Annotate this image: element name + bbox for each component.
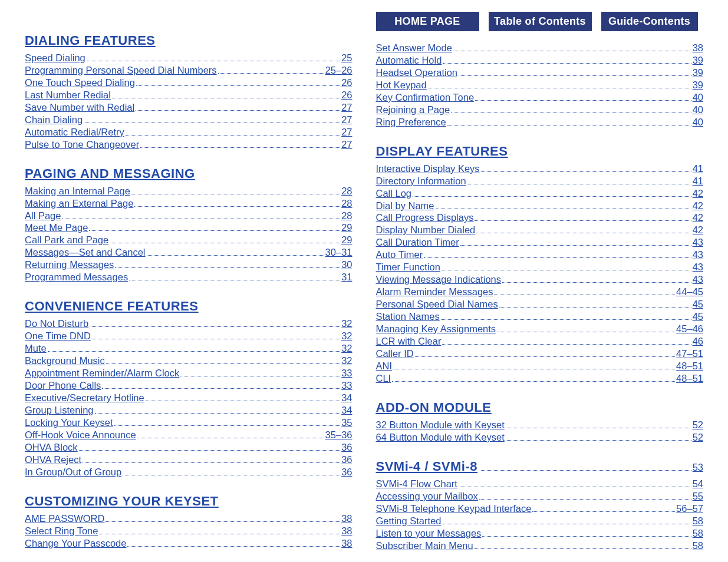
toc-entry-page[interactable]: 43 (693, 273, 703, 286)
toc-entry-label[interactable]: OHVA Block (25, 441, 78, 454)
toc-entry-page[interactable]: 45–46 (676, 323, 703, 335)
toc-entry-label[interactable]: Accessing your Mailbox (376, 490, 478, 503)
home-page-button[interactable]: HOME PAGE (376, 12, 479, 31)
toc-entry[interactable]: All Page28 (25, 210, 353, 222)
toc-entry-label[interactable]: One Touch Speed Dialing (25, 77, 135, 89)
toc-entry[interactable]: Interactive Display Keys41 (376, 163, 704, 175)
toc-entry-label[interactable]: Chain Dialing (25, 114, 83, 126)
toc-entry-page[interactable]: 56–57 (676, 503, 703, 515)
toc-entry[interactable]: Pulse to Tone Changeover27 (25, 138, 353, 151)
toc-entry-label[interactable]: Returning Messages (25, 259, 114, 271)
toc-entry[interactable]: AME PASSWORD38 (25, 513, 353, 525)
toc-entry-page[interactable]: 40 (693, 116, 703, 128)
toc-entry-label[interactable]: Auto Timer (376, 249, 423, 261)
toc-entry[interactable]: Managing Key Assignments45–46 (376, 323, 704, 335)
toc-entry-label[interactable]: Interactive Display Keys (376, 163, 480, 175)
toc-entry-page[interactable]: 36 (341, 441, 352, 454)
toc-entry-page[interactable]: 54 (693, 478, 703, 490)
toc-entry-label[interactable]: Programmed Messages (25, 271, 128, 283)
toc-entry-label[interactable]: In Group/Out of Group (25, 466, 121, 478)
toc-entry-label[interactable]: Group Listening (25, 404, 94, 416)
toc-entry-page[interactable]: 42 (693, 211, 703, 224)
toc-entry[interactable]: Personal Speed Dial Names45 (376, 298, 704, 310)
toc-entry-label[interactable]: Call Duration Timer (376, 236, 459, 249)
toc-entry[interactable]: Messages—Set and Cancel30–31 (25, 246, 353, 259)
toc-entry[interactable]: ANI48–51 (376, 360, 704, 372)
toc-entry-page[interactable]: 27 (341, 101, 352, 114)
toc-entry[interactable]: Directory Information 41 (376, 175, 704, 187)
toc-entry-page[interactable]: 30–31 (325, 246, 353, 259)
toc-entry[interactable]: One Touch Speed Dialing26 (25, 77, 353, 89)
toc-entry-page[interactable]: 32 (341, 342, 352, 355)
toc-entry[interactable]: Display Number Dialed42 (376, 224, 704, 236)
toc-entry-page[interactable]: 35 (341, 416, 352, 429)
toc-entry-page[interactable]: 43 (693, 261, 703, 273)
toc-entry-label[interactable]: Speed Dialing (25, 52, 85, 64)
toc-entry-label[interactable]: Programming Personal Speed Dial Numbers (25, 64, 217, 77)
toc-entry-page[interactable]: 52 (693, 431, 703, 444)
guide-contents-button[interactable]: Guide-Contents (601, 12, 698, 31)
toc-entry[interactable]: Programming Personal Speed Dial Numbers2… (25, 64, 353, 77)
toc-entry-page[interactable]: 38 (341, 525, 352, 537)
toc-entry[interactable]: Last Number Redial26 (25, 89, 353, 101)
toc-entry-page[interactable]: 28 (341, 197, 352, 210)
toc-entry-page[interactable]: 58 (693, 527, 703, 540)
toc-entry-page[interactable]: 42 (693, 200, 703, 212)
toc-entry-label[interactable]: Background Music (25, 355, 105, 367)
toc-entry-page[interactable]: 32 (341, 318, 352, 330)
toc-entry-label[interactable]: Call Progress Displays (376, 211, 474, 224)
toc-entry-label[interactable]: Display Number Dialed (376, 224, 476, 236)
toc-entry-page[interactable]: 38 (693, 42, 703, 54)
toc-entry-label[interactable]: Station Names (376, 310, 440, 323)
toc-entry[interactable]: 32 Button Module with Keyset52 (376, 419, 704, 431)
toc-entry-label[interactable]: Dial by Name (376, 200, 434, 212)
toc-entry-page[interactable]: 52 (693, 419, 703, 431)
toc-entry-label[interactable]: ANI (376, 360, 393, 372)
toc-entry[interactable]: Executive/Secretary Hotline34 (25, 392, 353, 404)
toc-entry-page[interactable]: 29 (341, 222, 352, 234)
section-heading[interactable]: CUSTOMIZING YOUR KEYSET (25, 494, 353, 509)
toc-entry[interactable]: Door Phone Calls33 (25, 379, 353, 392)
toc-entry-label[interactable]: Save Number with Redial (25, 101, 134, 114)
toc-entry-label[interactable]: 32 Button Module with Keyset (376, 419, 505, 431)
toc-entry-label[interactable]: Alarm Reminder Messages (376, 286, 493, 298)
toc-entry-page[interactable]: 32 (341, 330, 352, 342)
toc-entry[interactable]: Returning Messages30 (25, 259, 353, 271)
toc-entry[interactable]: Automatic Redial/Retry27 (25, 126, 353, 138)
toc-entry-label[interactable]: Viewing Message Indications (376, 273, 502, 286)
toc-entry-page[interactable]: 39 (693, 79, 703, 91)
toc-entry[interactable]: Call Log42 (376, 187, 704, 200)
toc-entry-page[interactable]: 34 (341, 404, 352, 416)
toc-entry[interactable]: Chain Dialing27 (25, 114, 353, 126)
toc-entry-page[interactable]: 28 (341, 210, 352, 222)
toc-entry[interactable]: Caller ID47–51 (376, 348, 704, 360)
toc-entry-page[interactable]: 48–51 (676, 372, 703, 385)
toc-entry-page[interactable]: 40 (693, 104, 703, 116)
toc-entry-label[interactable]: SVMi-8 Telephone Keypad Interface (376, 503, 532, 515)
toc-entry[interactable]: Call Duration Timer43 (376, 236, 704, 249)
toc-entry-label[interactable]: Locking Your Keyset (25, 416, 113, 429)
toc-entry-label[interactable]: Call Park and Page (25, 234, 108, 246)
toc-entry-label[interactable]: All Page (25, 210, 61, 222)
toc-entry[interactable]: Programmed Messages31 (25, 271, 353, 283)
toc-entry[interactable]: Auto Timer43 (376, 249, 704, 261)
toc-entry-page[interactable]: 39 (693, 54, 703, 67)
toc-entry-label[interactable]: Directory Information (376, 175, 466, 187)
toc-entry-label[interactable]: SVMi-4 Flow Chart (376, 478, 457, 490)
toc-entry-page[interactable]: 34 (341, 392, 352, 404)
toc-entry-page[interactable]: 55 (693, 490, 703, 503)
toc-entry-page[interactable]: 46 (693, 335, 703, 348)
toc-entry[interactable]: Automatic Hold39 (376, 54, 704, 67)
toc-entry-label[interactable]: Appointment Reminder/Alarm Clock (25, 367, 179, 379)
toc-entry-label[interactable]: OHVA Reject (25, 454, 81, 466)
toc-entry-label[interactable]: Hot Keypad (376, 79, 427, 91)
toc-entry[interactable]: LCR with Clear46 (376, 335, 704, 348)
toc-entry[interactable]: Call Park and Page29 (25, 234, 353, 246)
toc-entry-page[interactable]: 28 (341, 185, 352, 197)
toc-entry[interactable]: OHVA Block36 (25, 441, 353, 454)
toc-entry[interactable]: Getting Started58 (376, 515, 704, 527)
toc-entry-page[interactable]: 42 (693, 187, 703, 200)
toc-entry-label[interactable]: Ring Preference (376, 116, 446, 128)
toc-entry[interactable]: Select Ring Tone38 (25, 525, 353, 537)
toc-entry-page[interactable]: 38 (341, 513, 352, 525)
